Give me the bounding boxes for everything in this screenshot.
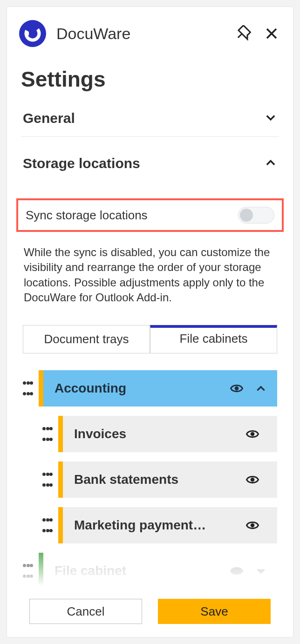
svg-point-4	[251, 477, 255, 481]
cabinet-row: File cabinet	[23, 553, 277, 589]
section-storage[interactable]: Storage locations	[21, 137, 279, 182]
cabinet-label: File cabinet	[55, 563, 229, 578]
color-stripe	[39, 370, 43, 407]
sync-toggle[interactable]	[238, 207, 274, 224]
page-title: Settings	[7, 47, 293, 92]
tab-document-trays[interactable]: Document trays	[23, 325, 150, 353]
drag-handle-icon[interactable]	[23, 381, 33, 395]
brand-name: DocuWare	[56, 25, 233, 43]
pin-icon[interactable]	[233, 24, 252, 43]
visibility-icon[interactable]	[245, 426, 260, 442]
cabinet-label: Accounting	[55, 381, 229, 396]
section-general-title: General	[23, 110, 75, 126]
drag-handle-icon[interactable]	[42, 427, 53, 441]
svg-point-3	[251, 432, 255, 436]
visibility-icon[interactable]	[229, 380, 245, 396]
section-storage-title: Storage locations	[23, 156, 140, 171]
drag-handle-icon[interactable]	[23, 564, 33, 578]
cabinet-row: Accounting	[23, 370, 277, 407]
chevron-up-icon[interactable]	[253, 380, 269, 396]
sync-label: Sync storage locations	[26, 208, 148, 223]
close-icon[interactable]	[262, 24, 281, 43]
chevron-up-icon	[264, 156, 277, 171]
tab-file-cabinets[interactable]: File cabinets	[150, 325, 277, 353]
svg-rect-1	[25, 32, 29, 35]
visibility-icon[interactable]	[245, 517, 260, 533]
cancel-button[interactable]: Cancel	[29, 599, 142, 624]
drag-handle-icon[interactable]	[42, 518, 53, 532]
save-button[interactable]: Save	[158, 599, 271, 624]
app-logo	[19, 20, 46, 47]
svg-point-2	[235, 386, 239, 390]
cabinet-child-label: Bank statements	[74, 472, 245, 487]
visibility-icon[interactable]	[229, 563, 245, 579]
color-stripe	[39, 553, 43, 589]
cabinet-child-label: Marketing payment…	[74, 518, 245, 533]
sync-description: While the sync is disabled, you can cust…	[7, 237, 293, 305]
visibility-icon[interactable]	[245, 472, 260, 488]
sync-row-highlight: Sync storage locations	[16, 198, 284, 232]
color-stripe	[58, 461, 63, 498]
cabinet-child-row: Marketing payment…	[42, 507, 277, 543]
cabinet-child-row: Bank statements	[42, 461, 277, 498]
chevron-down-icon[interactable]	[253, 563, 269, 579]
color-stripe	[58, 416, 63, 452]
cabinet-child-row: Invoices	[42, 416, 277, 452]
svg-point-5	[251, 523, 255, 527]
cabinet-child-label: Invoices	[74, 427, 245, 441]
section-general[interactable]: General	[21, 92, 279, 136]
color-stripe	[58, 507, 63, 543]
svg-point-6	[235, 569, 239, 573]
toggle-knob	[240, 209, 253, 222]
chevron-down-icon	[264, 111, 277, 126]
drag-handle-icon[interactable]	[42, 473, 53, 487]
